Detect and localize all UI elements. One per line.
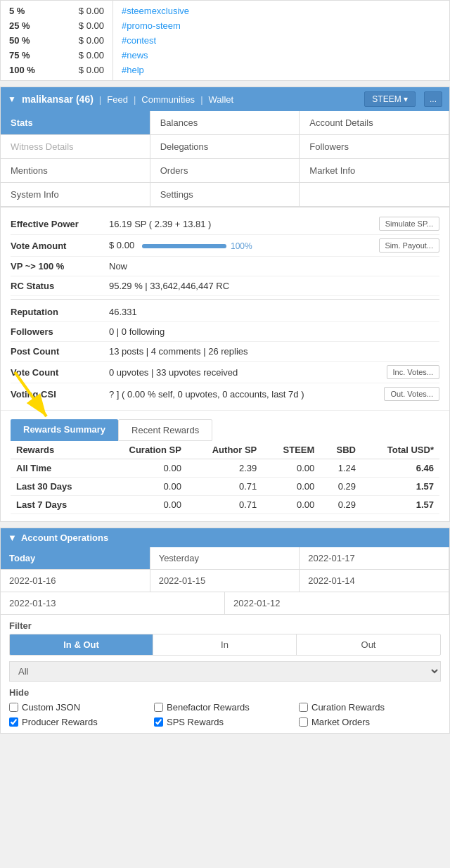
out-votes-button[interactable]: Out. Votes... (384, 387, 439, 401)
hide-checkbox[interactable] (299, 703, 308, 712)
rewards-cell: 2.39 (187, 459, 262, 478)
date-today[interactable]: Today (1, 547, 150, 570)
hide-checkbox[interactable] (154, 717, 163, 727)
stat-post-count: Post Count 13 posts | 4 comments | 26 re… (11, 342, 439, 362)
voting-csi-value: ? ] ( 0.00 % self, 0 upvotes, 0 accounts… (109, 389, 384, 400)
post-count-value: 13 posts | 4 comments | 26 replies (109, 346, 439, 357)
hide-checkbox-item[interactable]: SPS Rewards (154, 717, 296, 727)
recent-rewards-tab[interactable]: Recent Rewards (118, 419, 212, 441)
hide-checkbox-label: SPS Rewards (167, 717, 224, 727)
all-select[interactable]: All (9, 661, 441, 682)
date-2022-01-12[interactable]: 2022-01-12 (225, 592, 449, 615)
rewards-summary-tab[interactable]: Rewards Summary (11, 419, 118, 441)
stat-vp: VP ~> 100 % Now (11, 257, 439, 276)
date-2022-01-17[interactable]: 2022-01-17 (300, 547, 449, 570)
nav-cell-followers[interactable]: Followers (300, 135, 449, 159)
hide-checkbox-label: Market Orders (311, 717, 370, 727)
hide-checkbox[interactable] (154, 703, 163, 712)
nav-cell-balances[interactable]: Balances (150, 111, 300, 135)
rewards-cell: 0.00 (101, 478, 187, 496)
collapse-icon[interactable]: ▼ (8, 94, 16, 104)
sim-payout-button[interactable]: Sim. Payout... (379, 238, 439, 253)
stats-section: Effective Power 16.19 SP ( 2.39 + 13.81 … (1, 208, 449, 411)
rc-status-value: 95.29 % | 33,642,446,447 RC (109, 281, 439, 291)
hashtag-item[interactable]: #help (119, 63, 444, 77)
vote-count-label: Vote Count (11, 367, 109, 378)
rewards-cell: 0.29 (320, 496, 361, 514)
date-yesterday[interactable]: Yesterday (150, 547, 300, 570)
steem-button[interactable]: STEEM ▾ (364, 91, 416, 107)
username-display[interactable]: malikansar (46) (22, 94, 94, 105)
hashtag-item[interactable]: #contest (119, 33, 444, 48)
filter-in-out-tab[interactable]: In & Out (10, 634, 153, 655)
hashtag-item[interactable]: #promo-steem (119, 18, 444, 33)
filter-out-tab[interactable]: Out (297, 634, 440, 655)
nav-cell-account-details[interactable]: Account Details (300, 111, 449, 135)
filter-tabs: In & Out In Out (9, 634, 441, 656)
nav-cell-settings[interactable]: Settings (150, 183, 300, 207)
rewards-container: Rewards Summary Recent Rewards RewardsCu… (1, 411, 449, 514)
date-2022-01-14[interactable]: 2022-01-14 (300, 570, 449, 592)
stat-vote-amount: Vote Amount $ 0.00 100% Sim. Payout... (11, 235, 439, 257)
rewards-tabs: Rewards Summary Recent Rewards (11, 419, 439, 441)
stat-reputation: Reputation 46.331 (11, 302, 439, 322)
reputation-value: 46.331 (109, 307, 439, 317)
hide-checkbox-item[interactable]: Market Orders (299, 717, 441, 727)
wallet-nav-link[interactable]: Wallet (209, 94, 234, 105)
hide-checkbox[interactable] (299, 717, 308, 727)
hide-checkbox[interactable] (9, 703, 18, 712)
rewards-row: All Time0.002.390.001.246.46 (11, 459, 439, 478)
rewards-cell: Last 30 Days (11, 478, 101, 496)
rewards-cell: 0.00 (262, 459, 320, 478)
filter-in-tab[interactable]: In (153, 634, 297, 655)
nav-cell-system-info[interactable]: System Info (1, 183, 150, 207)
curation-row: 75 %$ 0.00 (1, 48, 112, 63)
more-button[interactable]: ... (424, 91, 442, 107)
stat-effective-power: Effective Power 16.19 SP ( 2.39 + 13.81 … (11, 213, 439, 235)
rewards-cell: 1.57 (361, 478, 439, 496)
rewards-cell: 1.57 (361, 496, 439, 514)
user-card: ▼ malikansar (46) | Feed | Communities |… (0, 87, 450, 522)
simulate-sp-button[interactable]: Simulate SP... (379, 217, 439, 231)
account-ops-header: ▼ Account Operations (1, 528, 449, 547)
date-2022-01-16[interactable]: 2022-01-16 (1, 570, 150, 592)
nav-cell-orders[interactable]: Orders (150, 159, 300, 183)
stat-vote-count: Vote Count 0 upvotes | 33 upvotes receiv… (11, 362, 439, 383)
rewards-row: Last 30 Days0.000.710.000.291.57 (11, 478, 439, 496)
stat-voting-csi: Voting CSI ? ] ( 0.00 % self, 0 upvotes,… (11, 383, 439, 404)
rewards-row: Last 7 Days0.000.710.000.291.57 (11, 496, 439, 514)
hashtag-item[interactable]: #news (119, 48, 444, 63)
vp-value: Now (109, 261, 439, 272)
rewards-cell: 6.46 (361, 459, 439, 478)
date-2022-01-13[interactable]: 2022-01-13 (1, 592, 225, 615)
hashtag-item[interactable]: #steemexclusive (119, 4, 444, 18)
date-grid-row1: Today Yesterday 2022-01-17 (1, 547, 449, 570)
rewards-cell: 0.71 (187, 496, 262, 514)
hide-checkbox-item[interactable]: Producer Rewards (9, 717, 151, 727)
hide-checkbox-item[interactable]: Custom JSON (9, 702, 151, 713)
stat-followers: Followers 0 | 0 following (11, 322, 439, 342)
communities-nav-link[interactable]: Communities (141, 94, 195, 105)
vote-slider[interactable]: 100% (142, 241, 252, 251)
rewards-cell: 0.00 (262, 478, 320, 496)
date-grid-row3: 2022-01-13 2022-01-12 (1, 592, 449, 615)
hide-checkbox-item[interactable]: Curation Rewards (299, 702, 441, 713)
rewards-cell: All Time (11, 459, 101, 478)
nav-cell-stats[interactable]: Stats (1, 111, 150, 135)
nav-cell-market-info[interactable]: Market Info (300, 159, 449, 183)
post-count-label: Post Count (11, 346, 109, 357)
nav-cell-witness-details[interactable]: Witness Details (1, 135, 150, 159)
vote-count-value: 0 upvotes | 33 upvotes received (109, 367, 387, 378)
hide-checkbox[interactable] (9, 717, 18, 727)
rewards-col-header: Author SP (187, 441, 262, 459)
feed-nav-link[interactable]: Feed (107, 94, 128, 105)
collapse-ops-icon[interactable]: ▼ (8, 532, 17, 543)
rewards-cell: Last 7 Days (11, 496, 101, 514)
curation-hashtag-panel: 5 %$ 0.0025 %$ 0.0050 %$ 0.0075 %$ 0.001… (0, 0, 450, 81)
date-2022-01-15[interactable]: 2022-01-15 (150, 570, 300, 592)
nav-cell-delegations[interactable]: Delegations (150, 135, 300, 159)
nav-cell-mentions[interactable]: Mentions (1, 159, 150, 183)
curation-row: 100 %$ 0.00 (1, 63, 112, 77)
hide-checkbox-item[interactable]: Benefactor Rewards (154, 702, 296, 713)
inc-votes-button[interactable]: Inc. Votes... (387, 365, 439, 379)
